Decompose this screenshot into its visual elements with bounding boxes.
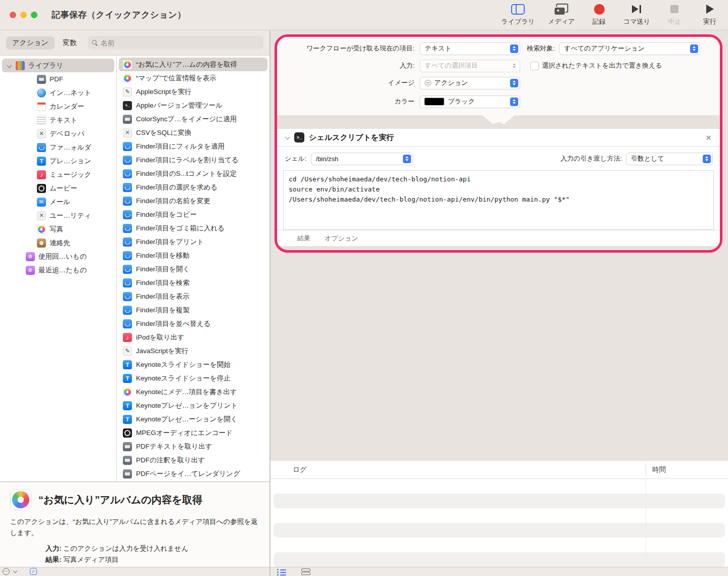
library-tree-item[interactable]: 使用回…いもの	[2, 250, 114, 263]
toolbar-button[interactable]: ライブラリ	[501, 3, 535, 26]
action-list-item[interactable]: Keynoteにメデ…項目を書き出す	[119, 385, 267, 399]
more-options-icon[interactable]: ⋯	[3, 568, 10, 575]
action-list-item[interactable]: Finder項目を検索	[119, 276, 267, 290]
log-table	[270, 479, 728, 567]
chevron-down-icon[interactable]	[13, 569, 17, 573]
action-list-item[interactable]: Finder項目を移動	[119, 249, 267, 262]
results-link[interactable]: 結果	[297, 234, 310, 243]
photos-icon	[37, 225, 46, 234]
shell-script-editor[interactable]: cd /Users/shoheimaeda/dev/tech-blog/noti…	[283, 170, 714, 230]
popup-stepper-icon	[510, 62, 518, 70]
library-tree-item[interactable]: 連絡先	[2, 236, 114, 250]
toolbar-button[interactable]: 実行	[699, 3, 721, 26]
action-list-item[interactable]: Keynoteスライドショーを開始	[119, 358, 267, 371]
action-list-item[interactable]: Keynoteプレゼ…ーションを開く	[119, 412, 267, 426]
action-list-item[interactable]: Keynoteスライドショーを停止	[119, 371, 267, 385]
action-list-item[interactable]: Appleバージョン管理ツール	[119, 99, 267, 112]
receives-popup[interactable]: テキスト	[420, 43, 520, 55]
run-checkbox-icon[interactable]: ✓	[30, 568, 37, 575]
action-list-item[interactable]: “マップ”で位置情報を表示	[119, 71, 267, 85]
library-tree-item[interactable]: ファ…ォルダ	[2, 140, 114, 154]
pass-input-popup[interactable]: 引数として	[626, 153, 712, 165]
action-list-item[interactable]: “お気に入り”ア…ムの内容を取得	[119, 58, 267, 71]
library-tree-item[interactable]: プレ…ション	[2, 154, 114, 168]
movie-icon	[37, 184, 46, 193]
search-field[interactable]	[88, 36, 263, 50]
action-list-item[interactable]: PDFの注釈を取り出す	[119, 453, 267, 467]
remove-action-icon[interactable]: ✕	[705, 134, 712, 141]
log-row	[270, 538, 728, 552]
action-list-item[interactable]: Finder項目のS...tコメントを設定	[119, 167, 267, 180]
library-tree-item[interactable]: イン…ネット	[2, 86, 114, 100]
toolbar-button[interactable]: コマ送り	[623, 3, 650, 26]
library-tree-item[interactable]: デベロッパ	[2, 127, 114, 140]
options-link[interactable]: オプション	[325, 234, 358, 243]
action-list-item[interactable]: Finder項目の選択を求める	[119, 180, 267, 194]
action-list-item[interactable]: MPEGオーディオにエンコード	[119, 426, 267, 440]
panels-view-icon[interactable]	[301, 568, 310, 575]
collapse-chevron-icon[interactable]	[285, 135, 290, 140]
action-list-item[interactable]: Finder項目を複製	[119, 303, 267, 317]
library-tree-item[interactable]: メール	[2, 195, 114, 209]
shell-popup[interactable]: /bin/zsh	[311, 153, 413, 165]
library-tree-item[interactable]: 最近追…たもの	[2, 263, 114, 277]
disclosure-triangle-icon[interactable]	[7, 63, 12, 68]
action-list-item[interactable]: JavaScriptを実行	[119, 344, 267, 358]
action-list-item[interactable]: Finder項目にフィルタを適用	[119, 139, 267, 153]
action-list-item[interactable]: Finder項目をゴミ箱に入れる	[119, 221, 267, 235]
action-list-item[interactable]: Finder項目の名前を変更	[119, 194, 267, 208]
action-list-item[interactable]: Finder項目をコピー	[119, 208, 267, 221]
library-tree-item[interactable]: 写真	[2, 222, 114, 236]
action-list-item[interactable]: AppleScriptを実行	[119, 85, 267, 99]
minimize-button[interactable]	[20, 12, 27, 18]
tab-variables[interactable]: 変数	[57, 36, 83, 50]
library-tree-item[interactable]: カレンダー	[2, 100, 114, 113]
action-list-item[interactable]: PDFページをイ…てレンダリング	[119, 467, 267, 481]
log-column-header[interactable]: ログ	[270, 465, 307, 474]
action-list-item[interactable]: PDFテキストを取り出す	[119, 440, 267, 453]
time-column-header[interactable]: 時間	[652, 465, 666, 474]
toolbar-button[interactable]: 中止	[663, 3, 686, 26]
search-icon	[92, 40, 98, 45]
keynote-icon	[123, 415, 132, 424]
action-list-item[interactable]: Finder項目を表示	[119, 290, 267, 303]
close-button[interactable]	[10, 12, 16, 18]
toolbar-button[interactable]: メディア	[548, 3, 575, 26]
record-icon	[594, 4, 605, 15]
library-tree-item[interactable]: ムービー	[2, 181, 114, 195]
action-list-item[interactable]: CSVをSQLに変換	[119, 126, 267, 139]
action-list-item[interactable]: iPodを取り出す	[119, 330, 267, 344]
action-list-item[interactable]: Finder項目をプリント	[119, 235, 267, 249]
library-tree-item[interactable]: ライブラリ	[2, 59, 114, 72]
keynote-icon	[37, 157, 46, 166]
color-swatch	[425, 98, 444, 105]
action-list-item[interactable]: Keynoteプレゼ…ョンをプリント	[119, 399, 267, 412]
action-list-item[interactable]: Finder項目を開く	[119, 262, 267, 276]
library-tree-item[interactable]: ミュージック	[2, 168, 114, 181]
search-input[interactable]	[101, 39, 259, 47]
zoom-button[interactable]	[31, 12, 37, 18]
action-list-item[interactable]: Finder項目を並べ替える	[119, 317, 267, 330]
image-popup[interactable]: アクション	[420, 77, 520, 89]
ipod-icon	[123, 333, 132, 342]
finder-icon	[37, 143, 46, 152]
library-tree-item[interactable]: PDF	[2, 72, 114, 86]
library-tree-item[interactable]: ユー…リティ	[2, 209, 114, 222]
action-list-item[interactable]: ColorSyncプ…をイメージに適用	[119, 112, 267, 126]
finder-icon	[123, 156, 132, 165]
action-list-item[interactable]: Finder項目にラベルを割り当てる	[119, 153, 267, 167]
toolbar-button[interactable]: 記録	[588, 3, 610, 26]
color-popup[interactable]: ブラック	[420, 96, 520, 108]
description-input-value: このアクションは入力を受け入れません	[63, 545, 188, 552]
target-popup[interactable]: すべてのアプリケーション	[560, 43, 700, 55]
globe-icon	[37, 88, 46, 98]
finder-icon	[123, 183, 132, 192]
input-popup: すべての選択項目	[420, 60, 520, 72]
replace-output-checkbox[interactable]	[531, 62, 538, 70]
finder-icon	[123, 319, 132, 328]
finder-icon	[123, 292, 132, 301]
library-tree-item[interactable]: テキスト	[2, 113, 114, 127]
tab-actions[interactable]: アクション	[6, 36, 55, 50]
log-view-icon[interactable]	[277, 568, 286, 575]
replace-output-label: 選択されたテキストを出力で置き換える	[542, 61, 662, 70]
